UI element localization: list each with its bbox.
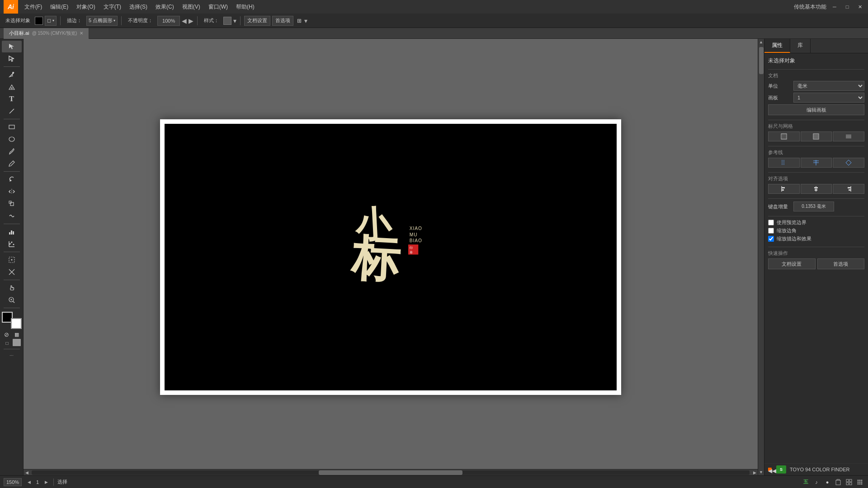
color-finder-collapse-indicator[interactable]: ◀◀ — [768, 468, 772, 471]
pen-tool[interactable] — [2, 69, 22, 80]
ruler-icon-2[interactable] — [801, 131, 832, 141]
menu-edit[interactable]: 编辑(E) — [47, 1, 72, 13]
vscroll-track[interactable] — [758, 45, 764, 469]
minimize-button[interactable]: ─ — [830, 2, 839, 11]
taskbar-icon-grid[interactable] — [844, 478, 854, 487]
align-center-h-btn[interactable] — [801, 184, 832, 194]
menu-select[interactable]: 选择(S) — [126, 1, 151, 13]
style-color[interactable] — [223, 17, 231, 25]
preferences-toolbar-btn[interactable]: 首选项 — [272, 16, 293, 26]
hscroll-track[interactable] — [32, 470, 750, 475]
status-nav-prev[interactable]: ◀ — [25, 479, 33, 486]
menu-window[interactable]: 窗口(W) — [205, 1, 231, 13]
tab-close-btn[interactable]: ✕ — [80, 31, 83, 36]
scale-tool[interactable] — [2, 198, 22, 210]
svg-point-72 — [858, 483, 859, 484]
stroke-dropdown[interactable]: 5 点椭圆形 ▾ — [86, 16, 118, 26]
align-left-btn[interactable] — [768, 184, 800, 194]
paintbrush-tool[interactable] — [2, 145, 22, 157]
warp-tool[interactable] — [2, 210, 22, 222]
canvas-area[interactable]: 小 标 XIAO MU BIAO 印 章 — [24, 39, 758, 475]
menu-object[interactable]: 对象(O) — [73, 1, 99, 13]
unit-select[interactable]: 毫米 — [793, 81, 864, 91]
ellipse-tool[interactable] — [2, 133, 22, 145]
color-none-btn[interactable]: ⊘ — [2, 330, 11, 338]
rotate-tool[interactable] — [2, 174, 22, 185]
vertical-scrollbar[interactable]: ▲ ▼ — [758, 39, 764, 475]
arrange-icon[interactable]: ⊞ — [297, 18, 302, 24]
style-dropdown-arrow[interactable]: ▾ — [233, 17, 236, 24]
add-anchor-tool[interactable] — [2, 81, 22, 93]
pencil-tool[interactable] — [2, 158, 22, 169]
active-tab[interactable]: 小目标.ai @ 150% (CMYK/预览) ✕ — [4, 28, 89, 39]
ruler-icon-3[interactable] — [833, 131, 864, 141]
menu-view[interactable]: 视图(V) — [179, 1, 204, 13]
canvas-wrapper: 小 标 XIAO MU BIAO 印 章 — [24, 39, 758, 475]
quick-ops-section: 快速操作 文档设置 首选项 — [768, 250, 864, 269]
menu-help[interactable]: 帮助(H) — [232, 1, 258, 13]
close-button[interactable]: ✕ — [855, 2, 864, 11]
quick-prefs-btn[interactable]: 首选项 — [817, 258, 865, 269]
selection-tool[interactable] — [2, 41, 22, 52]
edit-artboards-btn[interactable]: 编辑画板 — [768, 104, 864, 115]
edit-artboards-row: 编辑画板 — [768, 104, 864, 115]
mask-view[interactable] — [13, 339, 21, 346]
menu-type[interactable]: 文字(T) — [100, 1, 125, 13]
type-tool[interactable]: T — [2, 93, 22, 105]
opacity-input[interactable] — [157, 16, 180, 26]
taskbar-icon-wu[interactable]: 五 — [801, 478, 810, 487]
artboard-select[interactable]: 1 — [793, 93, 864, 103]
taskbar-icon-clipboard[interactable] — [834, 478, 843, 487]
background-color[interactable] — [11, 318, 22, 329]
unit-label: 单位 — [768, 83, 791, 89]
opacity-nav-next[interactable]: ▶ — [189, 17, 193, 24]
vscroll-up-arrow[interactable]: ▲ — [758, 39, 764, 45]
taskbar-icon-apps[interactable] — [855, 478, 864, 487]
preview-bounds-checkbox[interactable] — [768, 220, 774, 225]
libraries-tab[interactable]: 库 — [790, 39, 811, 53]
artboard-tool[interactable] — [2, 254, 22, 266]
svg-text:标: 标 — [349, 231, 402, 287]
graph-tool[interactable] — [2, 226, 22, 238]
rectangle-tool[interactable] — [2, 121, 22, 133]
arrange-arrow[interactable]: ▾ — [304, 17, 307, 24]
taskbar-icon-note[interactable]: ♪ — [812, 478, 821, 487]
normal-view[interactable]: □ — [3, 339, 12, 347]
line-tool[interactable] — [2, 105, 22, 117]
svg-rect-62 — [846, 479, 849, 482]
direct-selection-tool[interactable] — [2, 53, 22, 65]
quick-doc-settings-btn[interactable]: 文档设置 — [768, 258, 816, 269]
hscroll-left-arrow[interactable]: ◀ — [24, 469, 30, 476]
fill-type-dropdown[interactable]: ◻ ▾ — [45, 16, 57, 26]
properties-tab[interactable]: 属性 — [764, 39, 790, 53]
guide-icon-2[interactable] — [801, 158, 832, 168]
zoom-tool[interactable] — [2, 294, 22, 306]
reflect-tool[interactable] — [2, 186, 22, 197]
snapping-value[interactable] — [793, 202, 834, 211]
doc-settings-toolbar-btn[interactable]: 文档设置 — [244, 16, 270, 26]
hscroll-right-arrow[interactable]: ▶ — [751, 469, 758, 476]
vscroll-down-arrow[interactable]: ▼ — [758, 469, 764, 475]
ruler-icon-1[interactable] — [768, 131, 800, 141]
slice-tool[interactable] — [2, 266, 22, 278]
column-graph-tool[interactable] — [2, 238, 22, 250]
hand-tool[interactable] — [2, 282, 22, 294]
fill-color[interactable] — [35, 17, 43, 25]
guide-icon-1[interactable] — [768, 158, 800, 168]
taskbar-icon-circle[interactable]: ● — [823, 478, 832, 487]
status-nav-next[interactable]: ▶ — [42, 479, 50, 486]
zoom-input[interactable] — [4, 478, 22, 486]
scale-corners-checkbox[interactable] — [768, 228, 774, 234]
more-tools[interactable]: ··· — [9, 353, 13, 358]
align-right-btn[interactable] — [833, 184, 864, 194]
guide-icon-3[interactable] — [833, 158, 864, 168]
maximize-button[interactable]: □ — [843, 2, 852, 11]
gradient-btn[interactable]: ▩ — [12, 330, 21, 338]
menu-file[interactable]: 文件(F) — [21, 1, 46, 13]
vscroll-thumb[interactable] — [759, 47, 764, 74]
opacity-nav-prev[interactable]: ◀ — [182, 17, 187, 24]
menu-effect[interactable]: 效果(C) — [152, 1, 178, 13]
scale-effects-checkbox[interactable] — [768, 236, 774, 242]
hscroll-thumb[interactable] — [319, 470, 462, 475]
horizontal-scrollbar[interactable]: ◀ ▶ — [24, 469, 758, 475]
